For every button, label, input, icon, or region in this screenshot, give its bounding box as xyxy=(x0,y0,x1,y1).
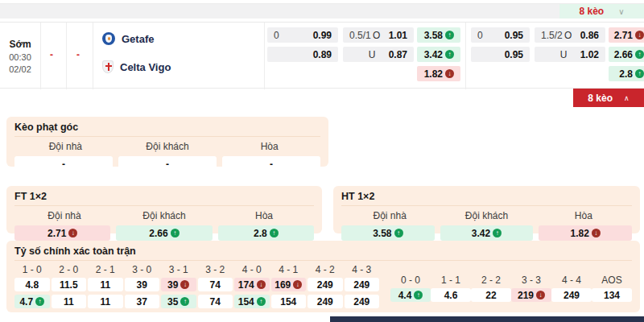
arrow-down-icon: ↓ xyxy=(635,31,644,39)
x12a-home-cell[interactable]: 3.58 ↑ xyxy=(417,27,460,43)
score-odd[interactable]: 11 xyxy=(88,278,123,291)
column-header-away: Đội khách xyxy=(117,141,219,152)
score-odd[interactable]: 4.4↑ xyxy=(390,288,431,302)
score-header: 4 - 1 xyxy=(271,264,307,275)
ah1-row1-cell[interactable]: 0 0.99 xyxy=(267,27,338,43)
score-header: 2 - 0 xyxy=(52,264,87,275)
score-col-1-0: 1 - 0 4.8 4.7↑ xyxy=(14,264,50,308)
score-odd[interactable]: 249 xyxy=(345,278,380,291)
score-col-4-3: 4 - 3 249 249 xyxy=(345,264,380,308)
ah2-row1-cell[interactable]: 0 0.95 xyxy=(471,27,530,43)
arrow-up-icon: ↑ xyxy=(257,297,266,306)
odd-value: 249 xyxy=(564,290,580,301)
corner-away-odd[interactable]: - xyxy=(118,156,217,171)
ht-draw-odd[interactable]: 1.82 ↓ xyxy=(539,225,632,241)
column-header-draw: Hòa xyxy=(214,210,314,221)
ou2-under-cell[interactable]: U 1.02 xyxy=(535,47,605,62)
odd-value: 3.58 xyxy=(373,228,391,239)
score-odd[interactable]: 249 xyxy=(345,295,380,308)
ou1-under-cell[interactable]: U 0.87 xyxy=(343,47,414,62)
score-odd[interactable]: 249 xyxy=(551,288,592,302)
score-col-4-1: 4 - 1 169↓ 154 xyxy=(271,264,307,308)
score-col-4-4: 4 - 4 249 xyxy=(551,275,592,308)
odd-value: 154 xyxy=(238,296,254,308)
ah2-row2-cell[interactable]: 0.95 xyxy=(471,47,530,62)
arrow-up-icon: ↑ xyxy=(635,69,644,78)
score-col-4-2: 4 - 2 249 249 xyxy=(308,264,343,308)
ou1-over-cell[interactable]: 0.5/1 O 1.01 xyxy=(343,27,414,43)
odd-value: 39 xyxy=(167,279,178,291)
score-odd[interactable]: 4.8 xyxy=(14,278,50,291)
odd-value: 39 xyxy=(137,279,147,291)
corner-draw-odd[interactable]: - xyxy=(222,156,320,171)
score-table: 1 - 0 4.8 4.7↑ 2 - 0 11.5 11 2 - 1 11 11… xyxy=(14,264,632,308)
odd-value: 3.42 xyxy=(472,228,490,239)
score-odd[interactable]: 219↓ xyxy=(511,288,551,302)
x12b-away-cell[interactable]: 2.66 ↑ xyxy=(609,47,644,62)
ft-draw-odd[interactable]: 2.8 ↑ xyxy=(218,225,314,241)
score-header: 1 - 0 xyxy=(14,264,50,275)
score-odd[interactable]: 134 xyxy=(592,288,632,302)
score-odd[interactable]: 154↑ xyxy=(234,295,270,308)
ht-home-odd[interactable]: 3.58 ↑ xyxy=(341,225,435,241)
arrow-up-icon: ↑ xyxy=(635,50,644,59)
odd-value: 1.01 xyxy=(382,30,407,41)
ft-away-odd[interactable]: 2.66 ↑ xyxy=(116,225,212,241)
score-odd[interactable]: 11 xyxy=(52,295,87,308)
odd-value: 0.86 xyxy=(574,30,599,41)
horizontal-scrollbar[interactable] xyxy=(330,316,644,322)
away-team-row[interactable]: Celta Vigo xyxy=(102,60,171,73)
score-odd[interactable]: 35↑ xyxy=(161,295,196,308)
over-label: O xyxy=(371,30,382,41)
corner-home-odd[interactable]: - xyxy=(14,156,113,171)
score-odd[interactable]: 169↓ xyxy=(271,278,307,291)
ft-values-row: 2.71 ↓ 2.66 ↑ 2.8 ↑ xyxy=(14,225,314,241)
home-team-name: Getafe xyxy=(122,33,154,45)
match-time-block: Sớm 00:30 02/02 xyxy=(0,23,40,89)
score-odd[interactable]: 174↓ xyxy=(234,278,270,291)
score-col-2-1: 2 - 1 11 11 xyxy=(88,264,123,308)
x12a-away-cell[interactable]: 3.42 ↑ xyxy=(417,47,460,62)
score-odd[interactable]: 39↓ xyxy=(161,278,196,291)
away-team-name: Celta Vigo xyxy=(120,61,171,73)
odd-value: 11 xyxy=(100,296,110,308)
odds-page: 8 kèo ∨ Sớm 00:30 02/02 - - Getafe Celta… xyxy=(0,0,644,322)
ht-values-row: 3.58 ↑ 3.42 ↑ 1.82 ↓ xyxy=(341,225,632,241)
x12b-draw-cell[interactable]: 2.8 ↑ xyxy=(609,66,644,81)
arrow-up-icon: ↑ xyxy=(270,229,279,237)
odd-value: 2.71 xyxy=(47,228,66,239)
keo-count-toggle[interactable]: 8 kèo ∨ xyxy=(559,4,644,19)
score-odd[interactable]: 74 xyxy=(198,278,233,291)
score-odd[interactable]: 249 xyxy=(308,295,343,308)
score-header: 3 - 0 xyxy=(125,264,160,275)
ou2-over-cell[interactable]: 1.5/2 O 0.86 xyxy=(535,27,605,43)
x12b-home-cell[interactable]: 2.71 ↓ xyxy=(609,27,644,43)
score-odd[interactable]: 154 xyxy=(271,295,307,308)
score-odd[interactable]: 37 xyxy=(125,295,160,308)
odd-value: 134 xyxy=(604,290,620,301)
score-header: 2 - 2 xyxy=(471,275,511,285)
score-odd[interactable]: 4.6 xyxy=(431,288,471,302)
odd-value: 35 xyxy=(167,296,178,308)
score-odd[interactable]: 11 xyxy=(88,295,123,308)
arrow-down-icon: ↓ xyxy=(592,229,601,237)
score-header: 1 - 1 xyxy=(431,275,471,285)
odd-value: 174 xyxy=(238,279,254,291)
ht-away-odd[interactable]: 3.42 ↑ xyxy=(440,225,534,241)
score-odd[interactable]: 74 xyxy=(198,295,233,308)
score-odd[interactable]: 4.7↑ xyxy=(14,295,50,308)
score-odd[interactable]: 11.5 xyxy=(52,278,87,291)
score-odd[interactable]: 39 xyxy=(125,278,160,291)
score-col-1-1: 1 - 1 4.6 xyxy=(431,275,471,308)
keo-count-banner[interactable]: 8 kèo ∧ xyxy=(573,89,644,107)
score-odd[interactable]: 22 xyxy=(471,288,511,302)
header-bar-spacer xyxy=(0,4,559,19)
arrow-up-icon: ↑ xyxy=(171,229,180,237)
ah1-row2-cell[interactable]: 0.89 xyxy=(267,47,338,62)
odd-value: 154 xyxy=(280,296,296,308)
ht-header-row: Đội nhà Đội khách Hòa xyxy=(341,210,632,221)
home-team-row[interactable]: Getafe xyxy=(102,32,154,45)
ft-home-odd[interactable]: 2.71 ↓ xyxy=(14,225,110,241)
score-odd[interactable]: 249 xyxy=(308,278,343,291)
x12a-draw-cell[interactable]: 1.82 ↓ xyxy=(417,66,460,81)
